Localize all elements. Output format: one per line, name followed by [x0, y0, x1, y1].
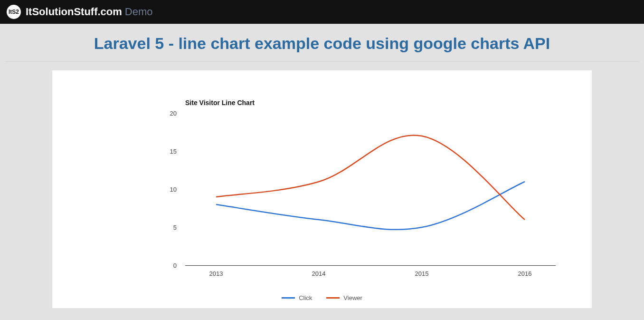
y-tick: 0	[173, 262, 177, 269]
x-axis-line	[185, 265, 556, 266]
nav-demo[interactable]: Demo	[125, 6, 153, 18]
x-tick: 2014	[312, 270, 326, 277]
line-click	[216, 182, 525, 230]
y-tick: 20	[170, 110, 177, 117]
legend-item-click: Click	[282, 294, 312, 301]
legend: Click Viewer	[52, 294, 592, 301]
logo-abbr: ItS2	[9, 9, 19, 15]
x-tick: 2013	[209, 270, 223, 277]
x-tick: 2015	[415, 270, 429, 277]
divider	[5, 61, 639, 62]
legend-swatch-icon	[282, 297, 295, 299]
legend-item-viewer: Viewer	[326, 294, 362, 301]
legend-label: Viewer	[343, 294, 362, 301]
top-nav: ItS2 ItSolutionStuff.com Demo	[0, 0, 644, 24]
legend-label: Click	[299, 294, 312, 301]
legend-swatch-icon	[326, 297, 340, 299]
x-tick: 2016	[518, 270, 532, 277]
page-title: Laravel 5 - line chart example code usin…	[0, 34, 644, 53]
chart-title: Site Visitor Line Chart	[185, 99, 255, 107]
y-tick: 10	[170, 186, 177, 193]
y-tick: 15	[170, 148, 177, 155]
chart-svg	[185, 113, 556, 265]
line-viewer	[216, 135, 525, 220]
y-tick: 5	[173, 224, 177, 231]
logo-icon: ItS2	[7, 5, 21, 19]
brand-name[interactable]: ItSolutionStuff.com	[26, 6, 122, 18]
chart-area: 20 15 10 5 0 2013 2014 2015 2016	[138, 113, 556, 287]
chart-card: Site Visitor Line Chart 20 15 10 5 0 201…	[52, 70, 592, 308]
